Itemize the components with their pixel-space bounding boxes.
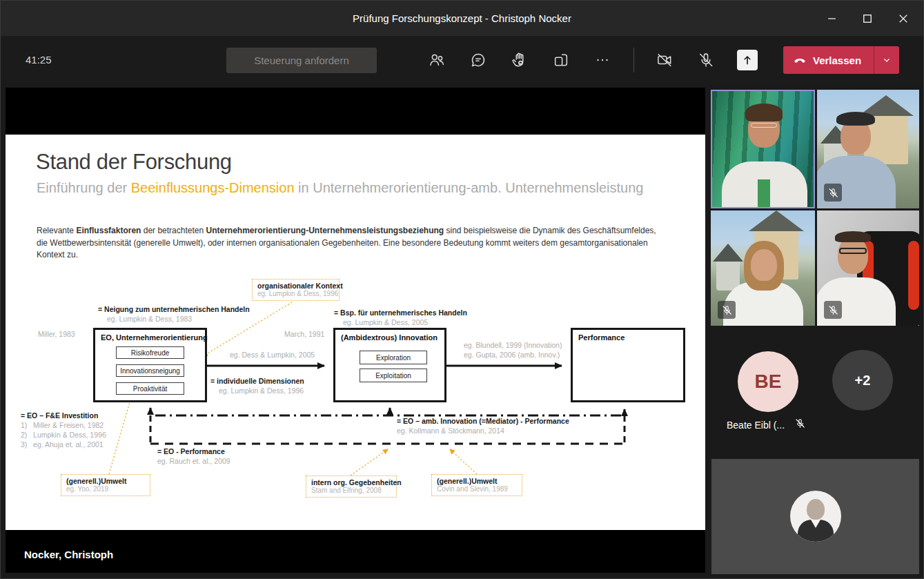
video-tile-2[interactable] <box>817 90 919 208</box>
blundell-ref: eg. Blundell, 1999 (Innovation) <box>464 341 562 349</box>
avatar-beate-eibl[interactable]: BE <box>738 351 798 412</box>
participants-button[interactable] <box>423 46 451 74</box>
bsp-label: = Bsp. für unternehmerisches Handeln <box>334 308 467 317</box>
gupta-ref: eg. Gupta, 2006 (amb. Innov.) <box>464 351 560 359</box>
shared-content-stage: Stand der Forschung Einführung der Beein… <box>6 88 705 573</box>
individuelle-label: = individuelle Dimensionen <box>210 377 304 385</box>
mic-off-icon <box>721 304 733 316</box>
teams-meeting-window: Prüfung Forschungskonzept - Christoph No… <box>0 0 924 579</box>
fe-investition-label: = EO – F&E Investition <box>21 411 98 420</box>
eo-box-title: EO, Unternehmerorientierung <box>95 330 205 342</box>
intern-org-ref: Stam and Elfring, 2008 <box>311 487 391 494</box>
close-button[interactable] <box>890 7 916 30</box>
slide-body-text: Relevante Einflussfaktoren der betrachte… <box>37 225 661 262</box>
raise-hand-icon <box>511 51 529 69</box>
meeting-command-bar: 41:25 Steuerung anfordern <box>1 36 923 84</box>
profile-photo-avatar <box>790 491 841 542</box>
maximize-button[interactable] <box>854 7 881 30</box>
leave-options-button[interactable] <box>874 46 899 74</box>
person-head <box>751 249 777 281</box>
mic-muted-badge <box>718 301 736 319</box>
umwelt-yoo-ref: eg. Yoo, 2019 <box>66 485 145 493</box>
breakout-rooms-icon <box>552 51 570 69</box>
breakout-rooms-button[interactable] <box>547 46 575 74</box>
mic-off-icon <box>827 304 839 316</box>
window-title: Prüfung Forschungskonzept - Christoph No… <box>353 12 571 24</box>
mediator-ref: eg. Kollmann & Stöckmann, 2014 <box>397 426 504 435</box>
participant-name-row: Beate Eibl (... <box>727 418 806 432</box>
person-glasses <box>751 123 777 128</box>
video-tile-avatar-only[interactable] <box>711 459 919 574</box>
participants-icon <box>428 51 446 69</box>
hang-up-icon <box>793 53 807 67</box>
performance-box-title: Performance <box>573 330 683 342</box>
intern-org-callout: intern org. Gegebenheiten Stam and Elfri… <box>306 475 397 498</box>
leave-split-button: Verlassen <box>783 46 899 74</box>
innovation-box: (Ambidextrous) Innovation Exploration Ex… <box>333 328 446 402</box>
minimize-icon <box>827 14 836 23</box>
raise-hand-button[interactable] <box>506 46 533 74</box>
dess-lumpkin-ref: eg. Dess & Lumpkin, 2005 <box>230 351 315 359</box>
maximize-icon <box>863 14 872 23</box>
avatar-overflow[interactable]: +2 <box>832 350 893 411</box>
person-lanyard <box>758 179 770 207</box>
person-headphones <box>836 112 875 126</box>
innovation-box-title: (Ambidextrous) Innovation <box>335 330 444 342</box>
eo-dimension-risikofreude: Risikofreude <box>116 346 184 359</box>
video-tile-4[interactable] <box>817 210 919 326</box>
person-head <box>838 237 868 274</box>
bsp-ref: eg. Lumpkin & Dess, 2005 <box>343 318 428 326</box>
share-screen-button[interactable] <box>737 50 758 70</box>
camera-off-button[interactable] <box>651 46 678 74</box>
mic-off-icon <box>827 187 839 199</box>
slide-title: Stand der Forschung <box>36 150 232 175</box>
request-control-button[interactable]: Steuerung anfordern <box>226 48 377 73</box>
fe-item-2: 2) Lumpkin & Dess, 1996 <box>21 431 106 439</box>
person-hair <box>835 231 871 242</box>
innovation-sub-exploration: Exploration <box>360 351 427 364</box>
mic-off-button[interactable] <box>692 46 720 74</box>
share-screen-icon <box>740 53 754 67</box>
mic-muted-badge <box>824 301 842 319</box>
title-bar: Prüfung Forschungskonzept - Christoph No… <box>1 1 923 36</box>
umwelt-covin-title: (generell.)Umwelt <box>437 477 517 485</box>
umwelt-yoo-title: (generell.)Umwelt <box>66 477 145 485</box>
eo-dimension-proaktivitaet: Proaktivität <box>116 382 184 395</box>
umwelt-covin-callout: (generell.)Umwelt Covin and Slevin, 1989 <box>431 474 522 496</box>
leave-label: Verlassen <box>813 55 861 66</box>
eo-box: EO, Unternehmerorientierung Risikofreude… <box>93 328 207 402</box>
mic-muted-badge <box>824 184 842 202</box>
miller-ref: Miller, 1983 <box>38 330 75 338</box>
eo-dimension-innovationsneigung: Innovationsneigung <box>116 364 184 377</box>
intern-org-title: intern org. Gegebenheiten <box>311 478 391 487</box>
umwelt-covin-ref: Covin and Slevin, 1989 <box>437 485 517 493</box>
minimize-button[interactable] <box>818 7 845 30</box>
subtitle-highlight: Beeinflussungs-Dimension <box>131 180 295 195</box>
avatar-initials: BE <box>755 371 782 393</box>
march-ref: March, 1991 <box>284 330 324 338</box>
org-kontext-callout: organisationaler Kontext eg. Lumpkin & D… <box>252 279 340 301</box>
chat-button[interactable] <box>464 46 492 74</box>
more-options-button[interactable] <box>589 46 616 74</box>
chat-icon <box>469 51 487 69</box>
eo-performance-label: = EO - Performance <box>157 447 225 455</box>
mic-off-icon <box>697 51 715 69</box>
performance-box: Performance <box>571 328 685 402</box>
close-icon <box>898 14 908 23</box>
presenter-name-label: Nocker, Christoph <box>24 549 113 560</box>
fe-item-3: 3) eg. Ahuja et. al., 2001 <box>21 440 104 449</box>
presentation-slide: Stand der Forschung Einführung der Beein… <box>6 135 705 530</box>
neigung-label: = Neigung zum unternehmerischen Handeln <box>98 305 250 313</box>
participant-mic-muted-icon <box>794 418 806 432</box>
participant-name: Beate Eibl (... <box>727 420 785 431</box>
fe-item-1: 1) Miller & Freisen, 1982 <box>21 421 104 429</box>
video-tile-3[interactable] <box>711 210 815 326</box>
individuelle-ref: eg. Lumpkin & Dess, 1996 <box>219 386 304 395</box>
slide-subtitle: Einführung der Beeinflussungs-Dimension … <box>37 179 644 197</box>
video-tile-speaker-1[interactable] <box>711 90 815 208</box>
meeting-timer: 41:25 <box>26 54 52 66</box>
neigung-ref: eg. Lumpkin & Dess, 1983 <box>107 315 192 323</box>
leave-button[interactable]: Verlassen <box>783 46 874 74</box>
camera-off-icon <box>656 51 674 69</box>
umwelt-yoo-callout: (generell.)Umwelt eg. Yoo, 2019 <box>61 474 150 496</box>
